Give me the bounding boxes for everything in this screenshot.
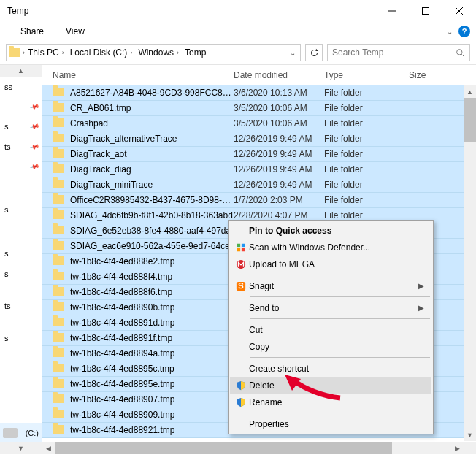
nav-drive[interactable]: (C:) — [0, 423, 42, 442]
nav-item[interactable] — [0, 284, 42, 296]
table-row[interactable]: Crashpad3/5/2020 10:06 AMFile folder — [42, 116, 476, 131]
window-controls — [375, 0, 476, 22]
folder-icon — [53, 210, 66, 221]
nav-item[interactable] — [0, 188, 42, 199]
chevron-right-icon[interactable]: › — [62, 49, 64, 56]
ctx-sendto[interactable]: Send to▶ — [230, 299, 431, 316]
ctx-mega[interactable]: Upload to MEGA — [230, 256, 431, 272]
nav-item[interactable] — [0, 176, 42, 188]
breadcrumb[interactable]: › This PC› Local Disk (C:)› Windows› Tem… — [6, 44, 301, 61]
table-row[interactable]: CR_AB061.tmp3/5/2020 10:06 AMFile folder — [42, 101, 476, 116]
nav-item[interactable]: ts📌 — [0, 137, 42, 157]
folder-icon — [53, 318, 66, 328]
file-name: tw-1b8c-4f4-4ed888f6.tmp — [70, 287, 234, 297]
breadcrumb-seg-pc[interactable]: This PC› — [25, 45, 67, 61]
chevron-right-icon[interactable]: › — [130, 49, 132, 56]
refresh-button[interactable] — [305, 44, 323, 61]
nav-item[interactable] — [0, 220, 42, 231]
breadcrumb-seg-temp[interactable]: Temp — [182, 45, 209, 61]
ctx-defender[interactable]: Scan with Windows Defender... — [230, 239, 431, 256]
scroll-down-icon[interactable]: ▼ — [464, 429, 476, 441]
ctx-separator — [250, 275, 430, 275]
ctx-snagit[interactable]: Snagit▶ — [230, 277, 431, 294]
maximize-button[interactable] — [409, 0, 442, 22]
file-date: 12/26/2019 9:49 AM — [234, 134, 324, 144]
file-type: File folder — [324, 195, 409, 205]
nav-scroll-up[interactable]: ▲ — [0, 65, 42, 77]
nav-item[interactable]: s — [0, 264, 42, 284]
file-name: tw-1b8c-4f4-4ed8890b.tmp — [70, 302, 234, 313]
scroll-thumb-h[interactable] — [55, 442, 392, 454]
context-menu: Pin to Quick access Scan with Windows De… — [228, 220, 434, 434]
file-name: DiagTrack_miniTrace — [70, 180, 234, 190]
breadcrumb-seg-drive[interactable]: Local Disk (C:)› — [67, 45, 136, 61]
nav-item-label: ss — [4, 83, 12, 91]
scroll-left-icon[interactable]: ◀ — [42, 442, 55, 454]
vertical-scrollbar[interactable]: ▲ ▼ — [464, 85, 476, 441]
ctx-cut[interactable]: Cut — [230, 321, 431, 338]
search-input[interactable]: Search Temp — [327, 44, 470, 61]
nav-item[interactable]: s — [0, 328, 42, 348]
chevron-right-icon[interactable]: › — [177, 49, 179, 56]
ctx-pin[interactable]: Pin to Quick access — [230, 222, 431, 239]
table-row[interactable]: DiagTrack_diag12/26/2019 9:49 AMFile fol… — [42, 162, 476, 177]
nav-item[interactable]: s — [0, 199, 42, 220]
nav-item[interactable] — [0, 316, 42, 328]
breadcrumb-seg-windows[interactable]: Windows› — [135, 45, 182, 61]
folder-icon — [53, 379, 66, 389]
table-row[interactable]: A8521627-A84B-4048-9CD3-998FCC8D47...3/6… — [42, 85, 476, 101]
scroll-corner — [464, 442, 476, 454]
pin-icon: 📌 — [29, 161, 40, 172]
svg-rect-7 — [242, 243, 245, 246]
minimize-button[interactable] — [375, 0, 409, 22]
file-type: File folder — [324, 88, 409, 98]
nav-item[interactable]: ts — [0, 296, 42, 316]
file-type: File folder — [324, 164, 409, 175]
col-type[interactable]: Type — [324, 70, 409, 80]
horizontal-scrollbar[interactable]: ◀ ▶ — [42, 442, 464, 454]
nav-item[interactable]: 📌 — [0, 97, 42, 116]
history-chevron-icon[interactable]: ⌄ — [285, 49, 300, 57]
close-button[interactable] — [442, 0, 476, 22]
folder-icon — [53, 226, 66, 236]
ribbon-chevron-icon[interactable]: ⌄ — [447, 28, 453, 36]
col-size[interactable]: Size — [409, 70, 476, 80]
table-row[interactable]: DiagTrack_miniTrace12/26/2019 9:49 AMFil… — [42, 177, 476, 193]
nav-item-label: s — [4, 334, 9, 342]
scroll-up-icon[interactable]: ▲ — [464, 85, 476, 98]
folder-icon — [53, 425, 66, 435]
menu-view[interactable]: View — [66, 26, 85, 37]
scroll-thumb[interactable] — [464, 98, 476, 142]
scroll-right-icon[interactable]: ▶ — [451, 442, 464, 454]
nav-item[interactable]: 📌 — [0, 157, 42, 176]
table-row[interactable]: DiagTrack_aot12/26/2019 9:49 AMFile fold… — [42, 147, 476, 162]
col-date[interactable]: Date modified — [234, 70, 324, 80]
file-name: Crashpad — [70, 118, 234, 129]
svg-rect-9 — [242, 248, 245, 250]
table-row[interactable]: OfficeC2R38985432-B437-4675-8D98-E82...1… — [42, 193, 476, 208]
nav-item[interactable] — [0, 348, 42, 360]
file-date: 3/5/2020 10:06 AM — [234, 118, 324, 129]
ctx-copy[interactable]: Copy — [230, 338, 431, 355]
chevron-right-icon: ▶ — [418, 304, 424, 312]
nav-item[interactable]: ss — [0, 77, 42, 97]
menu-share[interactable]: Share — [20, 26, 44, 37]
nav-item[interactable]: s — [0, 243, 42, 264]
file-name: SDIAG_4dc6fb9b-f8f1-42b0-8b18-363abd — [70, 210, 234, 221]
ctx-properties[interactable]: Properties — [230, 415, 431, 432]
folder-icon — [53, 302, 66, 313]
folder-icon — [53, 256, 66, 267]
nav-scroll-down[interactable]: ▼ — [0, 442, 42, 454]
nav-item[interactable] — [0, 231, 42, 243]
nav-item-label: s — [4, 269, 9, 278]
file-name: tw-1b8c-4f4-4ed888f4.tmp — [70, 272, 234, 282]
help-icon[interactable]: ? — [458, 26, 470, 37]
folder-icon — [53, 272, 66, 282]
file-name: tw-1b8c-4f4-4ed88909.tmp — [70, 410, 234, 420]
table-row[interactable]: DiagTrack_alternativeTrace12/26/2019 9:4… — [42, 131, 476, 147]
col-name[interactable]: Name — [53, 70, 234, 80]
location-folder-icon — [7, 48, 23, 57]
nav-item-label: ts — [4, 302, 11, 310]
nav-item[interactable]: s📌 — [0, 116, 42, 137]
nav-drive-label: (C:) — [26, 429, 39, 437]
